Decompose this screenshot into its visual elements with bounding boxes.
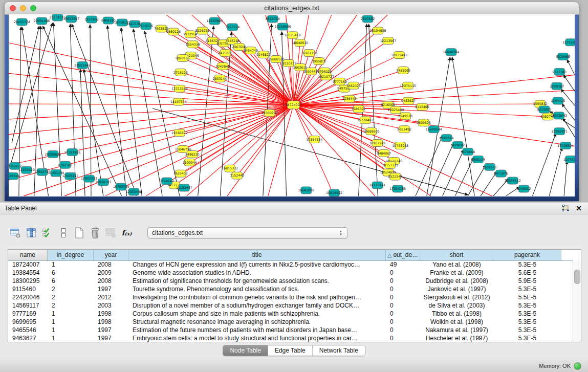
graph-node[interactable]: 10653287 [63,15,79,23]
edge[interactable] [12,26,39,143]
graph-node[interactable]: 2236442 [342,95,357,102]
graph-node[interactable]: 9115460 [415,103,429,111]
window-titlebar[interactable]: citations_edges.txt [5,2,579,15]
table-row[interactable]: 969969511998Structural magnetic resonanc… [8,318,573,326]
graph-node[interactable]: 7152443 [230,172,244,179]
graph-node[interactable]: 2475685 [218,50,232,57]
graph-node[interactable]: 15992971 [551,128,568,135]
graph-node[interactable]: 16961758 [301,50,317,57]
graph-node[interactable]: 16154838 [370,27,386,34]
graph-node[interactable]: 18724007 [286,101,302,109]
graph-node[interactable]: 19218506 [275,23,291,30]
table-row[interactable]: 946554611997Estimation of the future num… [8,326,573,334]
graph-node[interactable]: 19641888 [298,187,314,194]
graph-node[interactable]: 1244415 [551,97,565,104]
edge[interactable] [452,57,475,196]
edge[interactable] [567,60,575,75]
selected-edge[interactable] [293,15,332,105]
graph-node[interactable]: 10688609 [363,128,380,135]
network-view[interactable]: 2405572420691406238317151065328715276028… [9,14,575,196]
graph-node[interactable]: 1107533 [563,156,575,163]
table-panel-header[interactable]: Table Panel ✕ [0,202,588,214]
graph-node[interactable]: 9215955 [537,106,551,113]
graph-node[interactable]: 7955812 [312,58,326,65]
column-header-out_degree[interactable]: △out_de… [386,250,420,260]
edge[interactable] [369,24,378,196]
selected-edge[interactable] [230,105,293,168]
edge[interactable] [563,118,575,137]
graph-node[interactable]: 8226058 [195,27,210,34]
selected-edge[interactable] [293,105,314,140]
graph-node[interactable]: 9484067 [377,149,391,157]
show-column-icon[interactable] [25,226,38,240]
graph-node[interactable]: 2935114 [471,156,485,163]
graph-node[interactable]: 7524542 [160,178,174,185]
graph-node[interactable]: 11156829 [18,166,35,173]
edge[interactable] [564,161,567,196]
graph-node[interactable]: 15688520 [268,56,285,63]
tab-edge-table[interactable]: Edge Table [268,345,312,356]
edge[interactable] [468,165,486,196]
graph-node[interactable]: 15720407 [357,117,374,124]
graph-node[interactable]: 9463627 [401,97,416,104]
graph-node[interactable]: 18325419 [285,32,301,39]
edge[interactable] [70,24,76,196]
selected-edge[interactable] [187,105,294,196]
graph-node[interactable]: 7632621 [483,163,497,170]
graph-node[interactable]: 8471676 [494,170,508,177]
graph-node[interactable]: 9474444 [461,148,475,155]
column-header-title[interactable]: title [128,250,386,260]
graph-node[interactable]: 16648784 [443,49,460,56]
graph-node[interactable]: 16782759 [113,183,129,190]
graph-node[interactable]: 15751074 [562,39,575,46]
clear-selection-icon[interactable] [57,226,70,240]
selected-edge[interactable] [9,73,293,105]
edge[interactable] [481,171,497,196]
selected-edge[interactable] [193,45,294,105]
selected-edge[interactable] [9,89,293,105]
graph-node[interactable]: 16815322 [222,165,238,172]
selected-edge[interactable] [181,72,294,105]
graph-node[interactable]: 9245012 [517,185,531,192]
graph-node[interactable]: 2718126 [173,69,188,76]
graph-node[interactable]: 17353996 [64,148,80,156]
close-panel-icon[interactable]: ✕ [576,204,582,213]
graph-node[interactable]: 2967608 [232,43,246,51]
graph-node[interactable]: 7625402 [173,170,188,177]
graph-node[interactable]: 9890165 [176,55,190,62]
table-row[interactable]: 977716911998Corpus callosum shape and si… [8,310,573,318]
graph-node[interactable]: 8350612 [9,162,22,169]
graph-node[interactable]: 10924502 [326,189,342,196]
graph-node[interactable]: 7462026 [346,82,361,89]
table-row[interactable]: 1938455462009Genome-wide association stu… [8,269,573,277]
table-settings-icon[interactable] [9,226,22,240]
selected-edge[interactable] [9,105,293,149]
graph-node[interactable]: 9242848 [215,63,230,70]
table-selector[interactable]: citations_edges.txt ▲▼ [147,227,348,238]
graph-node[interactable]: 9653492 [397,126,411,133]
graph-node[interactable]: 12975115 [400,82,416,89]
graph-node[interactable]: 9699695 [417,119,431,126]
graph-node[interactable]: 8813054 [266,15,280,23]
graph-node[interactable]: 2687682 [361,15,375,23]
graph-node[interactable]: 6479197 [451,142,465,149]
selected-edge[interactable] [183,58,294,105]
graph-node[interactable]: 8186328 [206,37,220,45]
table-row[interactable]: 1456911722003Disruption of a novel membe… [8,301,573,310]
graph-node[interactable]: 23831715 [49,14,66,21]
graph-node[interactable]: 8466160 [101,17,116,24]
graph-node[interactable]: 12213586 [171,85,188,92]
graph-node[interactable]: 7485063 [396,67,410,74]
column-header-year[interactable]: year [94,250,128,260]
graph-node[interactable]: 24055724 [14,18,30,26]
graph-node[interactable]: 1809944 [183,159,197,166]
graph-node[interactable]: 19756928 [392,142,408,149]
graph-node[interactable]: 9860128 [166,28,181,35]
column-header-in_degree[interactable]: in_degree [48,250,94,260]
edge[interactable] [533,134,556,196]
graph-node[interactable]: 1082745 [540,113,555,120]
table-row[interactable]: 2242004622012Investigating the contribut… [8,293,573,301]
graph-node[interactable]: 7986322 [352,105,366,113]
edge[interactable] [506,187,520,196]
graph-node[interactable]: 2803144 [212,75,227,82]
